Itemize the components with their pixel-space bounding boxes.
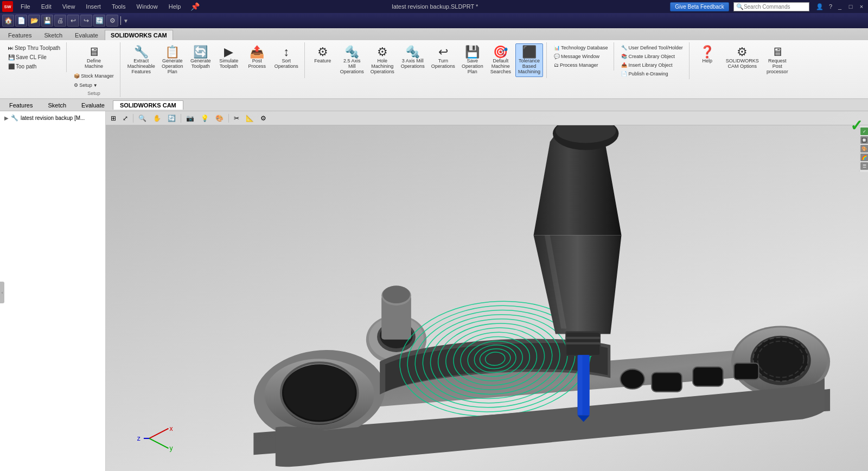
tab-sketch[interactable]: Sketch [38, 30, 68, 40]
default-machine-btn[interactable]: 🎯 DefaultMachineSearches [487, 43, 514, 77]
cam-opt-label: SOLIDWORKSCAM Options [726, 58, 759, 69]
define-machine-btn[interactable]: 🖥 DefineMachine [80, 43, 107, 72]
vp-materials-btn[interactable]: 🎨 [213, 113, 226, 124]
auto-size-stock-btn[interactable]: ⬛ Too path [5, 62, 63, 71]
save-op-plan-btn[interactable]: 💾 SaveOperationPlan [459, 43, 486, 77]
coordinate-axes: x y z [137, 425, 174, 452]
vp-zoom-btn[interactable]: 🔍 [136, 113, 149, 124]
svg-text:x: x [169, 425, 173, 432]
qa-print[interactable]: 🖨 [54, 15, 66, 27]
tab-evaluate[interactable]: Evaluate [69, 30, 104, 40]
insert-library-btn[interactable]: 📥 Insert Library Object [618, 61, 685, 69]
tab-features[interactable]: Features [2, 30, 37, 40]
qa-home[interactable]: 🏠 [2, 15, 14, 27]
search-input[interactable] [744, 4, 803, 10]
simulate-toolpath-btn[interactable]: ▶ SimulateToolpath [215, 43, 242, 72]
stock-icon: 📦 [74, 73, 80, 79]
stock-manager-btn[interactable]: 📦 Stock Manager [71, 72, 117, 80]
sort-operations-btn[interactable]: ↕ SortOperations [272, 43, 301, 72]
help-btn[interactable]: ❓ Help [694, 43, 721, 77]
close-btn[interactable]: × [857, 2, 866, 11]
main-area: ▶ 🔧 latest revision backup [M... ‹ ⊞ ⤢ 🔍… [0, 111, 868, 471]
sort-label: SortOperations [275, 58, 298, 69]
vp-display-btn[interactable]: 📷 [183, 113, 197, 124]
gen-toolpath-btn[interactable]: 🔄 GenerateToolpath [187, 43, 214, 72]
publish-edrawing-btn[interactable]: 📄 Publish e-Drawing [618, 69, 685, 78]
svg-rect-33 [693, 367, 723, 386]
rp-icon-4[interactable]: 🌈 [860, 154, 868, 161]
dm-label: DefaultMachineSearches [490, 58, 511, 74]
rp-icon-1[interactable]: ✓ [860, 128, 868, 135]
rp-icon-5[interactable]: ☰ [860, 162, 868, 170]
rp-icon-2[interactable]: 🔲 [860, 136, 868, 144]
qa-new[interactable]: 📄 [15, 15, 27, 27]
user-icon: 👤 [816, 3, 824, 10]
process-manager-btn[interactable]: 🗂 Process Manager [551, 61, 611, 69]
vp-rotate-btn[interactable]: 🔄 [165, 113, 178, 124]
pm-icon: 🗂 [554, 62, 559, 68]
beta-feedback-btn[interactable]: Give Beta Feedback [670, 2, 729, 11]
feature-btn[interactable]: ⚙ Feature [309, 43, 336, 66]
turn-btn[interactable]: ↩ TurnOperations [429, 43, 458, 72]
vp-settings-btn[interactable]: ⚙ [258, 113, 269, 124]
user-defined-tool-btn[interactable]: 🔧 User Defined Tool/Holder [618, 43, 685, 52]
setup-dropdown[interactable]: ▼ [93, 83, 98, 88]
menu-insert[interactable]: Insert [82, 2, 104, 11]
25-axis-btn[interactable]: 🔩 2.5 AxisMillOperations [337, 43, 367, 77]
post-process-btn[interactable]: 📤 PostProcess [244, 43, 271, 72]
3d-part-svg: x y z [106, 125, 868, 471]
tech-db-btn[interactable]: 📊 Technology Database [551, 43, 611, 52]
tree-root-item[interactable]: ▶ 🔧 latest revision backup [M... [2, 113, 103, 123]
3axis-btn[interactable]: 🔩 3 Axis MillOperations [398, 43, 427, 72]
turn-icon: ↩ [438, 46, 448, 58]
svg-rect-31 [652, 372, 682, 391]
menu-file[interactable]: File [17, 2, 34, 11]
auto-size-label: Too path [16, 63, 36, 69]
qa-expand[interactable]: ▼ [123, 18, 129, 24]
extract-features-btn[interactable]: 🔧 ExtractMachineableFeatures [125, 43, 158, 77]
menu-view[interactable]: View [59, 2, 79, 11]
request-post-btn[interactable]: 🖥 RequestPostprocessor [764, 43, 791, 77]
menu-tools[interactable]: Tools [108, 2, 129, 11]
ftab-sketch[interactable]: Sketch [41, 100, 73, 110]
left-panel-collapse[interactable]: ‹ [0, 282, 4, 303]
hole-machining-btn[interactable]: ⚙ HoleMachiningOperations [368, 43, 397, 77]
menu-help[interactable]: Help [165, 2, 184, 11]
qa-save[interactable]: 💾 [41, 15, 53, 27]
cl-icon: 📚 [621, 54, 627, 59]
cam-options-btn[interactable]: ⚙ SOLIDWORKSCAM Options [723, 43, 762, 77]
vp-pan-btn[interactable]: ✋ [150, 113, 164, 124]
qa-settings[interactable]: ⚙ [106, 15, 118, 27]
vp-section-btn[interactable]: ✂ [231, 113, 242, 124]
maximize-btn[interactable]: □ [846, 2, 855, 11]
qa-rebuild[interactable]: 🔄 [93, 15, 105, 27]
rp-icon-3[interactable]: 🎨 [860, 145, 868, 152]
title-bar-center: latest revision backup.SLDPRT * [200, 3, 670, 10]
feature-label: Feature [314, 58, 331, 63]
25ax-icon: 🔩 [344, 46, 359, 58]
ftab-features[interactable]: Features [2, 100, 40, 110]
message-window-btn[interactable]: 💬 Message Window [551, 52, 611, 61]
create-library-btn[interactable]: 📚 Create Library Object [618, 52, 685, 61]
menu-edit[interactable]: Edit [38, 2, 55, 11]
ftab-cam[interactable]: SOLIDWORKS CAM [113, 100, 183, 110]
ftab-evaluate[interactable]: Evaluate [74, 100, 112, 110]
search-box[interactable]: 🔍 [733, 2, 809, 11]
vp-zoom-fit-btn[interactable]: ⤢ [120, 113, 131, 124]
vp-lights-btn[interactable]: 💡 [198, 113, 212, 124]
gen-op-icon: 📋 [165, 46, 180, 58]
vp-view-btn[interactable]: ⊞ [108, 113, 119, 124]
qa-redo[interactable]: ↪ [80, 15, 92, 27]
tab-solidworks-cam[interactable]: SOLIDWORKS CAM [105, 30, 173, 40]
sort-icon: ↕ [283, 46, 289, 58]
step-thru-toolpath-btn[interactable]: ⏭ Step Thru Toolpath [5, 43, 63, 53]
gen-operation-btn[interactable]: 📋 GenerateOperationPlan [159, 43, 186, 77]
qa-open[interactable]: 📂 [28, 15, 40, 27]
setup-btn[interactable]: ⚙ Setup ▼ [71, 81, 117, 90]
menu-window[interactable]: Window [133, 2, 161, 11]
tolerance-based-btn[interactable]: ⬛ ToleranceBasedMachining [515, 43, 543, 77]
minimize-btn[interactable]: _ [835, 2, 844, 11]
save-cl-file-btn[interactable]: 💾 Save CL File [5, 53, 63, 62]
vp-measure-btn[interactable]: 📐 [243, 113, 257, 124]
qa-undo[interactable]: ↩ [67, 15, 79, 27]
